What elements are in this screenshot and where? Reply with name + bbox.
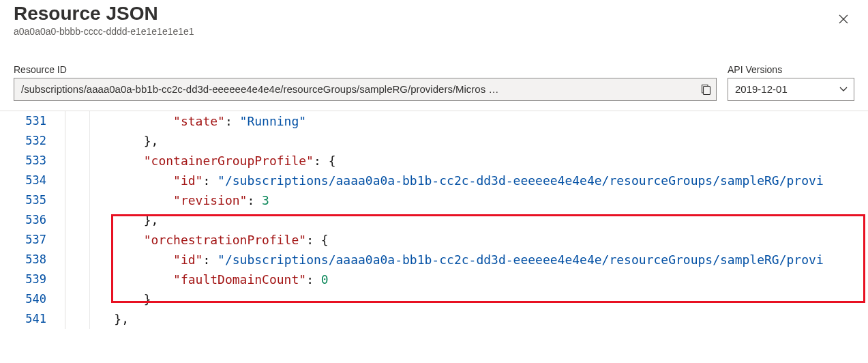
line-number: 538: [0, 250, 55, 270]
code-content: "orchestrationProfile": {: [55, 230, 329, 250]
api-version-select[interactable]: 2019-12-01: [728, 78, 854, 101]
code-content: "faultDomainCount": 0: [55, 270, 329, 289]
code-line: 531 "state": "Running": [0, 111, 868, 131]
code-line: 538 "id": "/subscriptions/aaaa0a0a-bb1b-…: [0, 250, 868, 270]
code-content: "revision": 3: [55, 190, 269, 210]
copy-icon: [701, 84, 711, 96]
svg-rect-0: [703, 86, 710, 94]
copy-button[interactable]: [699, 83, 713, 96]
resource-id-label: Resource ID: [14, 64, 717, 75]
code-content: "id": "/subscriptions/aaaa0a0a-bb1b-cc2c…: [55, 171, 824, 190]
gutter-border: [65, 111, 65, 329]
close-icon: [839, 14, 848, 24]
code-content: "state": "Running": [55, 111, 306, 131]
api-version-value: 2019-12-01: [728, 78, 854, 101]
indent-guide: [89, 111, 90, 329]
panel-subtitle: a0a0a0a0-bbbb-cccc-dddd-e1e1e1e1e1e1: [14, 26, 833, 37]
code-content: "id": "/subscriptions/aaaa0a0a-bb1b-cc2c…: [55, 250, 824, 270]
code-content: "containerGroupProfile": {: [55, 151, 335, 171]
line-number: 532: [0, 131, 55, 151]
line-number: 541: [0, 309, 55, 329]
form-row: Resource ID /subscriptions/aaaa0a0a-bb1b…: [14, 64, 854, 101]
line-number: 534: [0, 171, 55, 190]
code-content: },: [55, 309, 129, 329]
panel-title: Resource JSON: [14, 3, 833, 25]
line-number: 533: [0, 151, 55, 171]
code-content: }: [55, 289, 151, 309]
line-number: 537: [0, 230, 55, 250]
code-content: },: [55, 210, 158, 230]
code-content: },: [55, 131, 158, 151]
resource-id-field[interactable]: /subscriptions/aaaa0a0a-bb1b-cc2c-dd3d-e…: [14, 78, 717, 101]
code-line: 534 "id": "/subscriptions/aaaa0a0a-bb1b-…: [0, 171, 868, 190]
line-number: 535: [0, 190, 55, 210]
close-button[interactable]: [833, 8, 854, 30]
api-versions-label: API Versions: [728, 64, 854, 75]
line-number: 540: [0, 289, 55, 309]
code-line: 539 "faultDomainCount": 0: [0, 270, 868, 289]
code-line: 540 }: [0, 289, 868, 309]
panel-header: Resource JSON a0a0a0a0-bbbb-cccc-dddd-e1…: [14, 0, 854, 37]
code-line: 533 "containerGroupProfile": {: [0, 151, 868, 171]
code-line: 535 "revision": 3: [0, 190, 868, 210]
code-line: 537 "orchestrationProfile": {: [0, 230, 868, 250]
json-editor[interactable]: 531 "state": "Running"532 },533 "contain…: [0, 111, 868, 329]
line-number: 536: [0, 210, 55, 230]
code-line: 532 },: [0, 131, 868, 151]
code-line: 541 },: [0, 309, 868, 329]
code-line: 536 },: [0, 210, 868, 230]
line-number: 539: [0, 270, 55, 289]
line-number: 531: [0, 111, 55, 131]
